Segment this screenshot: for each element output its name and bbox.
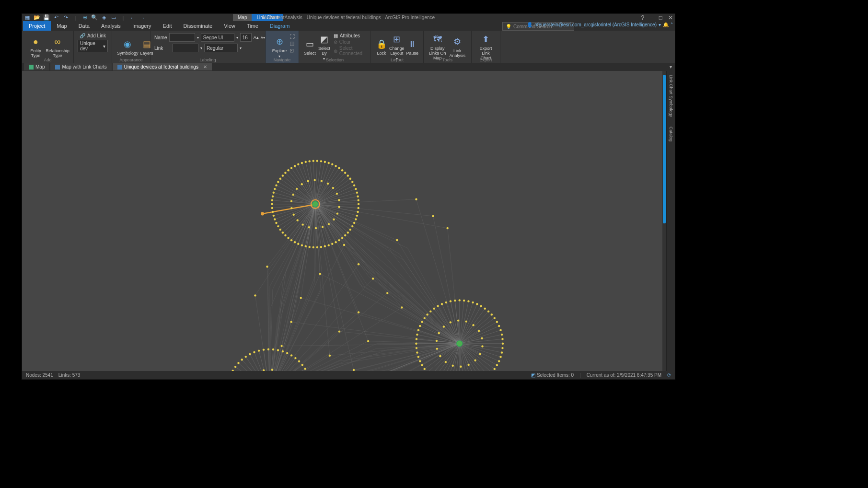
- svg-point-447: [277, 181, 279, 183]
- view-tab-map-linkcharts[interactable]: Map with Link Charts: [50, 63, 111, 70]
- svg-point-536: [429, 311, 431, 313]
- svg-point-497: [338, 199, 340, 201]
- collapse-ribbon-icon[interactable]: ˄: [671, 22, 673, 27]
- attributes-button[interactable]: ▦Attributes: [332, 33, 367, 39]
- chevron-down-icon[interactable]: ▾: [200, 46, 202, 50]
- close-icon[interactable]: ✕: [668, 14, 673, 21]
- svg-point-661: [338, 331, 340, 333]
- chevron-down-icon[interactable]: ▾: [236, 35, 238, 40]
- svg-point-556: [501, 334, 503, 336]
- view-tab-map[interactable]: Map: [24, 63, 49, 70]
- svg-line-381: [448, 228, 460, 344]
- svg-line-323: [388, 344, 460, 370]
- side-tab-catalog[interactable]: Catalog: [668, 125, 674, 143]
- svg-point-659: [396, 239, 398, 241]
- link-chart-canvas[interactable]: [22, 71, 666, 371]
- tab-imagery[interactable]: Imagery: [127, 21, 157, 31]
- svg-point-442: [271, 199, 273, 201]
- notification-icon[interactable]: 🔔: [663, 22, 669, 27]
- table-icon: ▦: [334, 33, 338, 38]
- prev-extent-icon[interactable]: ←: [129, 14, 136, 21]
- zoom-sel-icon[interactable]: ◫: [289, 40, 295, 46]
- svg-point-420: [328, 244, 330, 246]
- fontstyle-input[interactable]: [204, 44, 238, 52]
- svg-point-615: [258, 350, 260, 352]
- view-tab-unique-devices[interactable]: Unique devices at federal buildings✕: [113, 63, 212, 70]
- svg-line-243: [315, 204, 407, 283]
- refresh-icon[interactable]: ⟳: [667, 372, 671, 378]
- nodes-count: 2541: [42, 372, 53, 378]
- chevron-down-icon[interactable]: ▾: [240, 46, 242, 50]
- svg-line-264: [369, 277, 459, 344]
- clear-button[interactable]: ⊘Clear: [332, 39, 367, 45]
- tab-time[interactable]: Time: [241, 21, 264, 31]
- fixed-zoom-icon[interactable]: ⊡: [289, 47, 295, 54]
- tab-project[interactable]: Project: [23, 21, 51, 31]
- close-tab-icon[interactable]: ✕: [203, 64, 207, 70]
- svg-point-670: [457, 341, 463, 347]
- svg-line-274: [370, 270, 460, 344]
- fontsize-input[interactable]: [240, 33, 252, 42]
- next-extent-icon[interactable]: →: [139, 14, 146, 21]
- svg-point-494: [327, 183, 329, 185]
- maximize-icon[interactable]: □: [659, 14, 662, 21]
- svg-line-385: [359, 313, 460, 344]
- increase-font-icon[interactable]: A▴: [254, 35, 259, 40]
- help-icon[interactable]: ?: [641, 14, 644, 21]
- svg-point-525: [417, 356, 419, 358]
- view-tab-menu-icon[interactable]: ▾: [670, 64, 675, 70]
- statusbar: Nodes: 2541 Links: 573 ◩ Selected Items:…: [22, 371, 675, 379]
- undo-icon[interactable]: ↶: [53, 14, 59, 21]
- decrease-font-icon[interactable]: A▾: [261, 35, 265, 40]
- save-icon[interactable]: 💾: [43, 14, 50, 21]
- svg-point-466: [341, 169, 343, 171]
- side-tab-symbology[interactable]: Link Chart Symbology: [668, 73, 674, 119]
- svg-point-535: [426, 314, 428, 315]
- group-label-tools: Tools: [424, 58, 471, 62]
- add-link-button[interactable]: 🔗Add Link: [78, 33, 108, 39]
- svg-point-459: [316, 160, 318, 162]
- tab-edit[interactable]: Edit: [157, 21, 178, 31]
- svg-point-619: [277, 349, 279, 351]
- svg-point-445: [274, 188, 276, 190]
- svg-line-47: [295, 166, 315, 204]
- open-icon[interactable]: 📂: [34, 14, 40, 21]
- svg-line-36: [272, 200, 315, 204]
- group-label-layout: Layout: [371, 58, 423, 62]
- tab-diagram[interactable]: Diagram: [264, 21, 296, 31]
- svg-line-69: [315, 200, 359, 204]
- full-extent-icon[interactable]: ◈: [101, 14, 107, 21]
- svg-line-241: [315, 204, 360, 285]
- explore-tool-icon[interactable]: ⊕: [81, 14, 88, 21]
- select-tool-icon[interactable]: ▭: [110, 14, 117, 21]
- svg-line-254: [365, 287, 460, 344]
- svg-point-409: [356, 215, 358, 217]
- link-type-dropdown[interactable]: Unique dev▾: [78, 40, 108, 52]
- group-label-appearance: Appearance: [112, 58, 150, 62]
- minimize-icon[interactable]: –: [650, 14, 653, 21]
- name-input[interactable]: [169, 33, 195, 42]
- svg-point-462: [328, 162, 330, 164]
- tab-data[interactable]: Data: [73, 21, 95, 31]
- tab-analysis[interactable]: Analysis: [95, 21, 127, 31]
- link-input[interactable]: [173, 44, 198, 52]
- vertical-scrollbar[interactable]: [662, 71, 666, 371]
- signed-in-user[interactable]: 👤 nfeuerstein@esri.com_arcgisforintel (A…: [527, 22, 673, 27]
- select-connected-button[interactable]: ⊚Select Connected: [332, 45, 367, 57]
- tab-view[interactable]: View: [218, 21, 241, 31]
- svg-line-43: [283, 176, 315, 204]
- svg-point-621: [286, 352, 288, 354]
- tab-map[interactable]: Map: [51, 21, 72, 31]
- tab-disseminate[interactable]: Disseminate: [178, 21, 219, 31]
- group-label-export: Export: [472, 58, 500, 62]
- chevron-down-icon[interactable]: ▾: [197, 35, 199, 40]
- new-project-icon[interactable]: ▦: [24, 14, 31, 21]
- svg-line-208: [255, 352, 270, 371]
- redo-icon[interactable]: ↷: [62, 14, 69, 21]
- svg-line-388: [339, 332, 460, 344]
- zoom-full-icon[interactable]: ⛶: [289, 34, 295, 39]
- zoom-icon[interactable]: 🔍: [91, 14, 98, 21]
- scroll-thumb[interactable]: [663, 75, 666, 223]
- font-input[interactable]: [201, 33, 234, 42]
- svg-point-413: [349, 229, 351, 231]
